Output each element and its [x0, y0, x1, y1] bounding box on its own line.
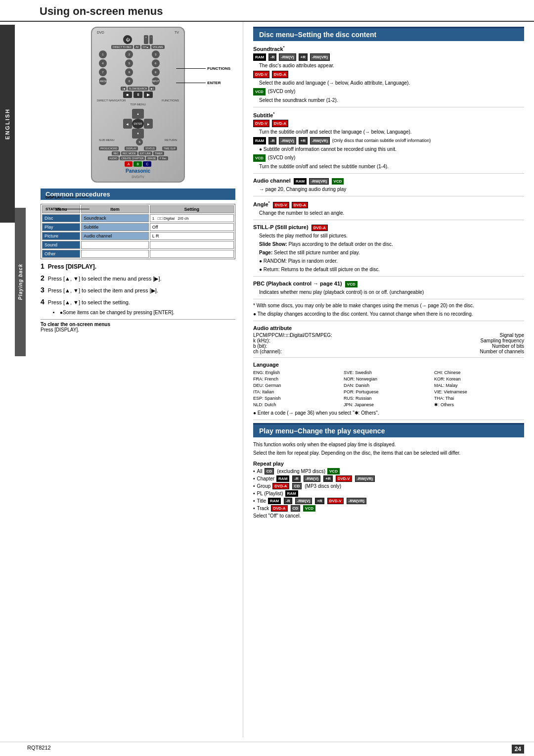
badge-vcd-3: VCD	[332, 178, 344, 185]
rec-mode-btn[interactable]: REC MODE	[121, 151, 137, 155]
skip-fwd-btn[interactable]: ▶|	[149, 87, 155, 91]
audio-attr-row-2: k (kHz): Sampling frequency	[253, 338, 524, 343]
badge-ram-3: RAM	[294, 178, 307, 185]
stop-btn[interactable]: ■	[123, 92, 132, 98]
divider-4	[253, 220, 524, 220]
power-btn[interactable]: ⏻	[123, 35, 132, 44]
bullet-track	[253, 506, 255, 511]
dpad-up-btn[interactable]: ▲	[132, 109, 144, 119]
ch-up-btn[interactable]: CH▲	[141, 45, 150, 49]
badge-rwvr-t: -RW(VR)	[347, 498, 366, 504]
pause-btn[interactable]: ⏸	[134, 92, 142, 98]
audio-attr-row-1: LPCM/PPCM/□□Digital/DTS/MPEG: Signal typ…	[253, 332, 524, 338]
angle-text: Change the number to select an angle.	[253, 210, 524, 217]
angle-title: Angle* DVD-V DVD-A	[253, 200, 524, 208]
time-slip-btn[interactable]: TIME SLIP	[162, 146, 177, 150]
english-side-tab: ENGLISH	[0, 25, 15, 223]
language-note: ● Enter a code (→ page 36) when you sele…	[253, 410, 524, 417]
pbc-text: Indicates whether menu play (playback co…	[253, 289, 524, 296]
top-menu-label: TOP MENU	[121, 103, 155, 106]
create-chapter-btn[interactable]: CREATE CHAPTER	[120, 156, 145, 160]
num-5-btn[interactable]: 5	[125, 59, 133, 67]
badge-rwv-t: -RW(V)	[295, 498, 312, 504]
status-btn[interactable]: STATUS	[144, 146, 156, 150]
badge-ram-1: RAM	[253, 53, 266, 61]
num-6-btn[interactable]: 6	[152, 59, 160, 67]
subtitle-badges-3: VCD (SVCD only)	[253, 154, 524, 162]
lang-por: POR: Portuguese	[344, 389, 434, 395]
vol-plus-btn[interactable]: +	[144, 35, 148, 44]
divider-1	[253, 107, 524, 107]
color-c-btn[interactable]: C	[143, 161, 151, 167]
page-title: Using on-screen menus	[40, 5, 524, 18]
input-select-btn[interactable]: INPUT	[152, 77, 160, 85]
erase-btn[interactable]: ERASE	[146, 156, 157, 160]
color-b-btn[interactable]: B	[134, 161, 142, 167]
audio-attr-row-4: ch (channel): Number of channels	[253, 349, 524, 354]
sound-item	[81, 241, 148, 249]
color-a-btn[interactable]: A	[125, 161, 133, 167]
subtitle-setting: Off	[150, 223, 234, 231]
s-btn[interactable]: S	[136, 139, 143, 145]
badge-rwv-2: -RW(V)	[279, 137, 296, 144]
panasonic-logo: Panasonic	[95, 168, 181, 174]
lang-rus: RUS: Russian	[344, 395, 434, 401]
display-btn[interactable]: DISPLAY	[125, 146, 138, 150]
step-1: 1 Press [DISPLAY].	[41, 262, 235, 270]
repeat-title-label: Title	[257, 498, 267, 504]
ext-link-btn[interactable]: EXT LINK	[138, 151, 152, 155]
soundtrack-text-2: Select the audio and language (→ below, …	[253, 80, 524, 87]
dpad-right-btn[interactable]: ▶	[144, 119, 153, 129]
badge-r-2: -R	[268, 137, 276, 144]
step-3-number: 3	[41, 286, 44, 294]
footnote-2: ● The display changes according to the d…	[253, 311, 524, 318]
subtitle-svcd-note: (SVCD only)	[268, 155, 296, 160]
skip-back-btn[interactable]: |◀	[121, 87, 126, 91]
lang-nld: NLD: Dutch	[253, 402, 343, 408]
enter-annotation: ENTER	[207, 81, 221, 85]
dpad-down-btn[interactable]: ▼	[132, 129, 144, 139]
dpad-left-btn[interactable]: ◀	[123, 119, 132, 129]
direct-tv-btn[interactable]: DIRECT TV REC	[111, 45, 133, 49]
step-4: 4 Press [▲, ▼] to select the setting.	[41, 298, 235, 306]
bullet-group	[253, 483, 255, 489]
badge-rwvr-1: -RW(VR)	[310, 53, 330, 61]
play-menu-item: Play	[42, 223, 80, 231]
repeat-group-label: Group	[257, 483, 271, 489]
badge-cd-g: CD	[292, 483, 302, 489]
slow-search-btn[interactable]: SLOW/SEARCH	[128, 87, 149, 91]
soundtrack-setting: 1 □□ Digital 2/0 ch	[150, 214, 234, 222]
vol-minus-btn[interactable]: -	[149, 35, 153, 44]
av-btn[interactable]: AV	[134, 45, 140, 49]
repeat-all-note: (excluding MP3 discs)	[277, 469, 325, 474]
num-3-btn[interactable]: 3	[152, 50, 160, 58]
divider-2	[253, 173, 524, 174]
picture-menu-item: Picture	[42, 232, 80, 240]
step-1-number: 1	[41, 262, 44, 270]
num-1-btn[interactable]: 1	[99, 50, 107, 58]
num-2-btn[interactable]: 2	[125, 50, 133, 58]
enter-btn[interactable]: ENTER	[132, 119, 144, 129]
repeat-group: Group DVD-A CD (MP3 discs only)	[253, 483, 524, 489]
timer-btn[interactable]: TIMER	[153, 151, 164, 155]
audio-attr-label-4: ch (channel):	[253, 349, 282, 354]
play-btn[interactable]: ▶	[144, 92, 153, 98]
num-9-btn[interactable]: 9	[152, 68, 160, 76]
prog-chord-btn[interactable]: PROG/CHORD	[99, 146, 119, 150]
num-0-btn[interactable]: 0	[125, 77, 133, 85]
num-8-btn[interactable]: 8	[125, 68, 133, 76]
audio-btn[interactable]: AUDIO	[108, 156, 119, 160]
language-table: ENG: English SVE: Swedish CHI: Chinese F…	[253, 370, 524, 408]
language-title: Language	[253, 362, 524, 368]
cancel-btn[interactable]: CANCEL	[99, 77, 107, 85]
select-off-note: Select "Off" to cancel.	[253, 513, 524, 520]
bullet-chapter	[253, 476, 255, 481]
display-annotation: DISPLAY	[45, 195, 62, 199]
num-7-btn[interactable]: 7	[99, 68, 107, 76]
rec-btn[interactable]: REC	[112, 151, 120, 155]
num-4-btn[interactable]: 4	[99, 59, 107, 67]
sub-menu-label: SUB MENU	[99, 139, 115, 145]
badge-ram-pl: RAM	[285, 490, 298, 497]
f-rec-btn[interactable]: F Rec	[158, 156, 168, 160]
audio-attribute-title: Audio attribute	[253, 325, 524, 331]
